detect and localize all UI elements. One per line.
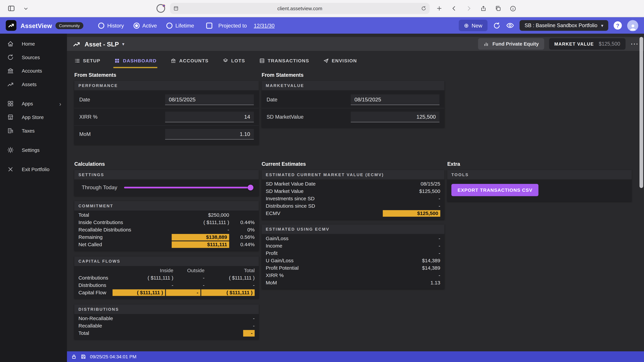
row-value-highlighted: $125,500 [383,210,440,217]
mode-selector: History Active Lifetime Projected to 12/… [98,22,275,28]
cell-outside: - [174,282,204,289]
sidebar-item-home[interactable]: Home [0,37,67,50]
caret-down-icon: ▾ [122,41,124,46]
app-body: Home Sources Accounts Assets Apps › [0,34,644,362]
chevron-down-icon[interactable] [20,3,31,14]
fund-private-equity-button[interactable]: Fund Private Equity [478,38,544,50]
table-row: Capital Flow ( $111,111 ) - ( $111,111 ) [74,289,259,296]
radio-lifetime-label[interactable]: Lifetime [176,22,194,28]
row-value: - [387,243,440,249]
row-label: Profit Potential [266,265,387,271]
table-row: Distributions - - - [74,282,259,289]
row-label: Contributions [78,275,124,281]
trending-up-icon [6,81,14,88]
extension-icon[interactable] [155,3,166,14]
row-label: Profit [266,250,387,256]
asset-title: Asset - SLP [84,40,119,47]
app-header: AssetView Community History Active Lifet… [0,17,644,34]
mom-field[interactable]: 1.10 [165,129,254,139]
more-icon[interactable]: ⋯ [630,42,638,46]
row-value: $125,500 [387,188,440,195]
panel-header: COMMITMENT [74,201,259,211]
table-row: Profit - [262,250,444,257]
sidebar-item-app-store[interactable]: App Store [0,110,67,124]
radio-lifetime[interactable] [166,22,172,28]
row-pct: 0.44% [229,241,255,248]
screen: client.assetview.com AssetView [0,0,644,362]
table-row: Net Called $111,111 0.44% [74,241,259,248]
back-icon[interactable] [448,3,459,14]
info-icon[interactable] [508,3,518,14]
sidebar-item-settings[interactable]: Settings [0,143,67,157]
tab-dashboard[interactable]: DASHBOARD [114,54,158,68]
row-label: ECMV [266,210,383,217]
date-field[interactable]: 08/15/2025 [165,94,254,105]
projected-checkbox[interactable] [206,22,212,28]
tab-lots[interactable]: LOTS [222,54,246,68]
vertical-scrollbar-thumb[interactable] [640,37,643,188]
row-label: Net Called [78,241,172,248]
radio-active-label[interactable]: Active [142,22,157,28]
tab-overview-icon[interactable] [493,3,504,14]
new-tab-icon[interactable] [434,3,444,14]
row-value: $14,389 [387,257,440,264]
row-value: - [387,235,440,242]
sidebar-item-assets[interactable]: Assets [0,78,67,91]
radio-history[interactable] [98,22,104,28]
avatar[interactable] [627,20,638,31]
row-label: Income [266,243,387,249]
sidebar-item-exit-portfolio[interactable]: Exit Portfolio [0,163,67,176]
cell-outside: - [174,275,204,281]
table-row: Gain/Loss - [262,235,444,242]
asset-title-dropdown[interactable]: Asset - SLP ▾ [84,40,124,47]
row-label: Total [78,330,201,337]
row-pct: 0% [229,227,255,233]
tab-bar: SETUP DASHBOARD ACCOUNTS LOTS TRANSACTIO… [67,51,644,68]
dashboard-icon [114,58,120,63]
sidebar-toggle-icon[interactable] [6,3,16,14]
field-label: Date [266,97,278,102]
row-value: ( $111,111 ) [176,219,229,226]
forward-icon[interactable] [463,3,474,14]
row-label: Non-Recallable [78,315,201,322]
tab-transactions[interactable]: TRANSACTIONS [258,54,310,68]
slider-knob[interactable] [248,185,254,190]
export-transactions-csv-button[interactable]: EXPORT TRANSACTIONS CSV [451,184,538,196]
sidebar-item-apps[interactable]: Apps › [0,97,67,110]
table-row: XIRR % - [262,272,444,279]
panel-header: SETTINGS [74,170,259,179]
new-button[interactable]: ⊕ New [458,20,488,31]
sidebar-item-accounts[interactable]: Accounts [0,64,67,78]
share-icon[interactable] [478,3,489,14]
layers-icon [222,58,228,63]
tab-envision[interactable]: ENVISION [322,54,358,68]
help-button[interactable]: ? [614,21,622,29]
market-value-label: MARKET VALUE [554,41,594,46]
reload-icon[interactable] [421,6,426,11]
sd-marketvalue-field[interactable]: 125,500 [351,111,440,122]
table-row: Investments since SD - [262,195,444,202]
portfolio-selector[interactable]: SB : Baseline Sandbox Portfolio ▾ [520,20,608,31]
sidebar-item-label: Settings [22,147,40,153]
projected-date-link[interactable]: 12/31/30 [254,22,274,28]
address-bar[interactable]: client.assetview.com [170,3,430,14]
sidebar-item-taxes[interactable]: Taxes [0,124,67,138]
save-icon[interactable] [80,354,86,360]
home-icon [6,40,14,47]
date-field[interactable]: 08/15/2025 [351,94,440,105]
through-today-slider[interactable] [124,187,250,188]
eye-icon[interactable] [506,21,514,29]
sync-icon[interactable] [493,22,501,29]
tab-accounts[interactable]: ACCOUNTS [170,54,210,68]
col-header: Total [205,267,254,274]
table-row: SD Market Value $125,500 [262,188,444,195]
sidebar-item-label: Apps [22,101,33,106]
list-icon [74,58,80,63]
xirr-field[interactable]: 14 [165,111,254,122]
tab-setup[interactable]: SETUP [74,54,101,68]
radio-active[interactable] [133,22,140,28]
sidebar-item-sources[interactable]: Sources [0,50,67,64]
radio-history-label[interactable]: History [107,22,124,28]
table-row: Total $250,000 [74,211,259,219]
plus-circle-icon: ⊕ [464,22,469,29]
